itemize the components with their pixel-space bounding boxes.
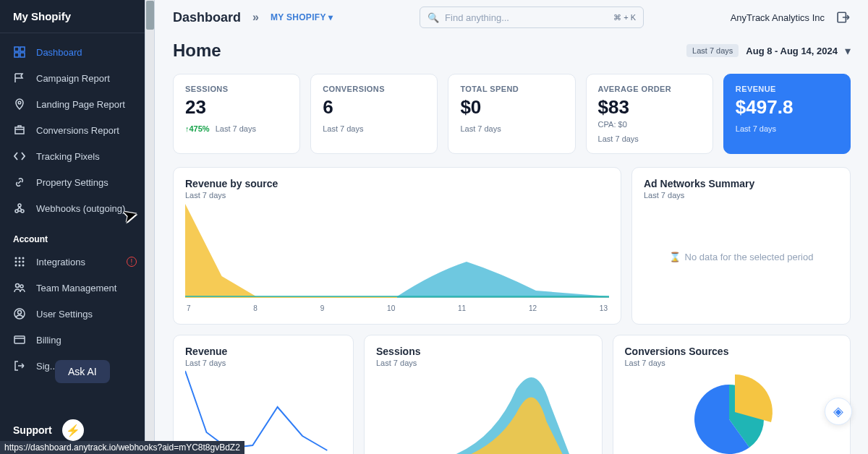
property-dropdown[interactable]: MY SHOPIFY ▾ <box>271 12 333 22</box>
svg-point-18 <box>16 284 20 288</box>
dashboard-icon <box>13 46 26 59</box>
sidebar-item-pixels[interactable]: Tracking Pixels <box>0 143 148 169</box>
status-bar-url: https://dashboard.anytrack.io/webhooks?a… <box>0 441 244 454</box>
svg-point-15 <box>15 265 17 267</box>
panel-sub: Last 7 days <box>625 359 839 367</box>
hourglass-icon: ⌛ <box>669 252 681 262</box>
sidebar-item-label: Billing <box>36 335 61 346</box>
page-header: Home Last 7 days Aug 8 - Aug 14, 2024 ▾ <box>173 40 851 61</box>
svg-rect-22 <box>14 336 25 343</box>
panel-title: Revenue <box>185 346 341 357</box>
search-input[interactable]: 🔍 Find anything... ⌘ + K <box>420 7 644 28</box>
sidebar-item-billing[interactable]: Billing <box>0 327 148 353</box>
sidebar-item-team[interactable]: Team Management <box>0 275 148 301</box>
panel-title: Sessions <box>376 346 590 357</box>
panel-sub: Last 7 days <box>644 191 838 200</box>
page-title: Home <box>173 40 221 61</box>
kpi-sessions[interactable]: SESSIONS 23 ↑475%Last 7 days <box>173 74 300 154</box>
sidebar-item-landing[interactable]: Landing Page Report <box>0 91 148 117</box>
svg-point-16 <box>19 265 21 267</box>
sidebar-item-dashboard[interactable]: Dashboard <box>0 39 148 65</box>
svg-rect-2 <box>14 53 19 57</box>
kpi-delta: ↑475% <box>185 124 210 133</box>
chevron-right-icon: » <box>252 11 259 24</box>
sidebar-item-user[interactable]: User Settings <box>0 301 148 327</box>
empty-state: ⌛ No data for the selected period <box>644 200 838 314</box>
code-icon <box>13 150 26 163</box>
kpi-value: 6 <box>323 96 425 119</box>
scrollbar-thumb[interactable] <box>146 1 154 30</box>
logout-icon[interactable] <box>836 10 851 25</box>
svg-point-17 <box>22 265 25 267</box>
user-icon <box>13 307 26 320</box>
support-label: Support <box>13 424 52 436</box>
sidebar-item-campaign[interactable]: Campaign Report <box>0 65 148 91</box>
sidebar-item-label: Team Management <box>36 283 116 294</box>
sidebar-item-webhooks[interactable]: Webhooks (outgoing) <box>0 195 148 221</box>
caret-down-icon: ▾ <box>845 44 851 58</box>
kpi-value: $0 <box>460 96 563 119</box>
kpi-revenue[interactable]: REVENUE $497.8 Last 7 days <box>723 74 851 154</box>
svg-point-13 <box>19 261 21 263</box>
panel-conversions-sources: Conversions Sources Last 7 days <box>613 335 851 454</box>
sidebar-item-property[interactable]: Property Settings <box>0 169 148 195</box>
topbar: Dashboard » MY SHOPIFY ▾ 🔍 Find anything… <box>156 0 868 35</box>
caret-down-icon: ▾ <box>328 12 333 22</box>
chart-revenue-by-source: 78910111213 <box>185 204 609 312</box>
period-badge: Last 7 days <box>686 44 739 57</box>
svg-point-19 <box>20 285 23 288</box>
kpi-period: Last 7 days <box>598 134 639 143</box>
panel-title: Revenue by source <box>185 178 609 189</box>
svg-point-21 <box>18 311 22 314</box>
svg-point-12 <box>15 261 17 263</box>
sidebar-item-conversions[interactable]: Conversions Report <box>0 117 148 143</box>
kpi-spend[interactable]: TOTAL SPEND $0 Last 7 days <box>448 74 575 154</box>
ask-ai-button[interactable]: Ask AI <box>55 360 110 383</box>
kpi-period: Last 7 days <box>736 124 776 133</box>
date-range-picker[interactable]: Last 7 days Aug 8 - Aug 14, 2024 ▾ <box>686 44 851 58</box>
pin-icon <box>13 98 26 111</box>
sidebar-scrollbar[interactable] <box>145 0 155 454</box>
sidebar: My Shopify Dashboard Campaign Report Lan… <box>0 0 148 454</box>
kpi-avg-order[interactable]: AVERAGE ORDER $83 CPA: $0 Last 7 days <box>586 74 713 154</box>
kpi-period: Last 7 days <box>323 124 363 133</box>
page-body: Home Last 7 days Aug 8 - Aug 14, 2024 ▾ … <box>156 35 868 454</box>
sidebar-item-label: User Settings <box>36 309 93 320</box>
sidebar-item-label: Campaign Report <box>36 73 110 84</box>
kpi-value: $83 <box>598 96 701 119</box>
sidebar-item-integrations[interactable]: Integrations ! <box>0 249 148 275</box>
panel-sub: Last 7 days <box>376 359 590 367</box>
sidebar-nav: Dashboard Campaign Report Landing Page R… <box>0 33 148 454</box>
panel-title: Ad Networks Summary <box>644 178 838 189</box>
sidebar-title: My Shopify <box>0 0 148 33</box>
sidebar-item-label: Landing Page Report <box>36 99 125 110</box>
search-icon: 🔍 <box>427 12 439 23</box>
svg-rect-1 <box>20 47 25 51</box>
kpi-label: SESSIONS <box>185 85 288 93</box>
panel-revenue-by-source: Revenue by source Last 7 days 7891011121… <box>173 167 621 325</box>
help-fab[interactable]: ◈ <box>825 398 852 425</box>
svg-point-8 <box>18 204 21 207</box>
kpi-label: REVENUE <box>736 85 838 93</box>
link-icon <box>13 176 26 189</box>
bolt-icon: ⚡ <box>62 419 84 441</box>
search-placeholder: Find anything... <box>445 12 509 23</box>
box-icon <box>13 124 26 137</box>
panels-row-2: Revenue Last 7 days Sessions Last 7 days… <box>173 335 851 454</box>
support-row[interactable]: Support ⚡ <box>0 419 97 441</box>
sidebar-section-account: Account <box>0 221 148 249</box>
main: Dashboard » MY SHOPIFY ▾ 🔍 Find anything… <box>156 0 868 454</box>
sidebar-item-label: Conversions Report <box>36 125 119 136</box>
svg-point-4 <box>18 101 21 104</box>
card-icon <box>13 333 26 346</box>
panel-sub: Last 7 days <box>185 191 609 200</box>
svg-point-9 <box>15 257 17 260</box>
svg-rect-0 <box>14 47 19 51</box>
exit-icon <box>13 359 26 372</box>
org-name[interactable]: AnyTrack Analytics Inc <box>731 12 825 23</box>
kpi-row: SESSIONS 23 ↑475%Last 7 days CONVERSIONS… <box>173 74 851 154</box>
svg-point-14 <box>22 261 25 263</box>
panels-row-1: Revenue by source Last 7 days 7891011121… <box>173 167 851 325</box>
kpi-conversions[interactable]: CONVERSIONS 6 Last 7 days <box>310 74 438 154</box>
alert-icon: ! <box>127 257 137 267</box>
